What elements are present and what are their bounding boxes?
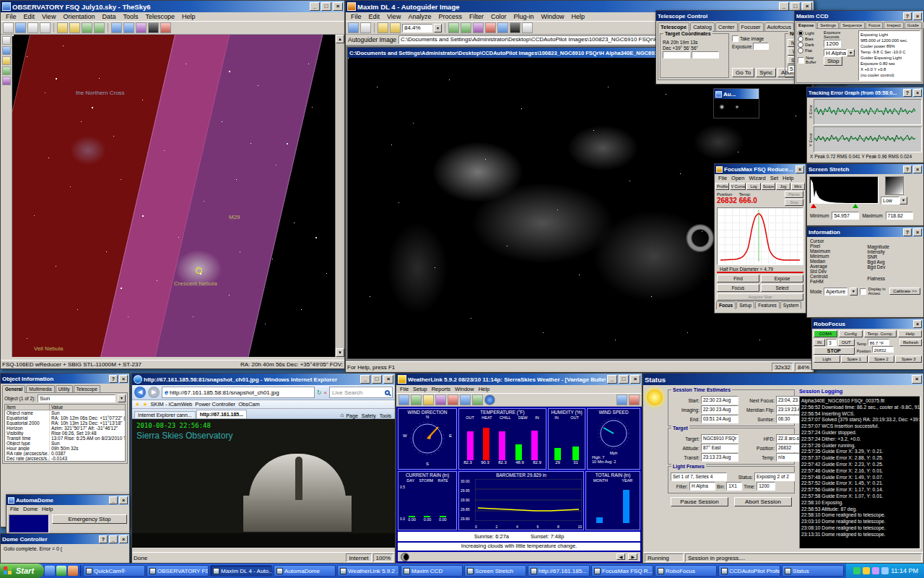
menu-dome[interactable]: Dome — [21, 506, 40, 512]
view-vcurve-button[interactable]: V Curve — [730, 183, 746, 190]
find-button[interactable]: Find — [717, 275, 759, 282]
maximize-button[interactable]: □ — [321, 2, 331, 11]
menu-setup[interactable]: Setup — [411, 386, 430, 392]
weather-titlebar[interactable]: WeatherLink 5.9.2 08/23/10 11:14p: Sierr… — [396, 374, 642, 385]
menu-help[interactable]: Help — [476, 386, 492, 392]
quicklaunch-desktop-icon[interactable] — [56, 566, 66, 576]
focus-button[interactable]: Focus — [717, 284, 759, 292]
preset-dropdown-icon[interactable]: ▾ — [899, 197, 907, 204]
object-label-crescent[interactable]: Crescent Nebula — [174, 280, 217, 287]
close-button[interactable]: × — [913, 89, 922, 97]
search-icon[interactable] — [385, 390, 390, 395]
close-button[interactable]: × — [383, 375, 393, 384]
minimize-button[interactable]: _ — [360, 375, 370, 384]
table-row[interactable]: Hour angle09h 50m 32s — [5, 446, 125, 451]
menu-window[interactable]: Window — [537, 13, 567, 20]
telescope-control-icon[interactable] — [497, 22, 508, 33]
menu-view[interactable]: View — [38, 13, 59, 20]
table-row[interactable]: RA rate (arcsecs/se...0.0387 — [5, 451, 125, 456]
menu-edit[interactable]: Edit — [365, 13, 384, 20]
back-button[interactable]: ◀ — [134, 387, 146, 398]
close-button[interactable]: × — [630, 375, 640, 384]
menu-help[interactable]: Help — [780, 175, 796, 181]
taskbar-button-quickcam[interactable]: QuickCam® — [83, 565, 145, 577]
robofocus-titlebar[interactable]: RoboFocus × — [812, 319, 923, 329]
menu-telescope[interactable]: Telescope — [141, 13, 178, 20]
expose-button[interactable]: Expose — [761, 275, 803, 282]
scroll-down-icon[interactable]: ▼ — [336, 348, 344, 357]
search-input[interactable]: Live Search — [332, 389, 383, 396]
tray-volume-icon[interactable] — [863, 567, 870, 574]
tab-focuser[interactable]: Focuser — [738, 22, 764, 31]
dec-input[interactable] — [692, 51, 719, 59]
maximum-input[interactable]: 718.62 — [886, 212, 913, 220]
taskbar-button-maximccd[interactable]: Maxim CCD — [401, 565, 463, 577]
temp-comp-button[interactable]: Temp. Comp. — [864, 330, 897, 337]
sync-button[interactable]: Sync — [756, 68, 776, 77]
ra-input[interactable] — [663, 51, 690, 59]
help-button[interactable]: ? — [109, 375, 118, 383]
time-run-icon[interactable] — [123, 22, 134, 33]
ccd-control-icon[interactable] — [485, 22, 496, 33]
table-row[interactable]: Transit time13:07 Rise: 6:25 AM on 8/23/… — [5, 436, 125, 441]
emergency-stop-button[interactable]: Emergency Stop — [52, 514, 127, 524]
max-slider-handle[interactable] — [853, 204, 858, 208]
taskbar-button-ie[interactable]: http://67.161.185... — [528, 565, 590, 577]
add-favorite-icon[interactable]: ★ — [143, 401, 148, 407]
minimize-button[interactable]: _ — [607, 375, 617, 384]
menu-process[interactable]: Process — [435, 13, 466, 20]
take-image-checkbox[interactable] — [732, 35, 738, 42]
object-data-table[interactable]: Item Value Object nameSun EquatorialRA: … — [4, 404, 126, 462]
tab-expose[interactable]: Expose — [796, 22, 816, 29]
night-vision-icon[interactable] — [148, 22, 159, 33]
steps-input[interactable]: 3 — [827, 339, 837, 346]
menu-help[interactable]: Help — [178, 13, 199, 20]
bank-light-button[interactable]: Light — [814, 355, 840, 363]
zoom-in-icon[interactable] — [378, 22, 388, 33]
tray-app-icon[interactable] — [872, 567, 879, 574]
pointer-icon[interactable] — [2, 36, 11, 45]
min-slider-handle[interactable] — [811, 204, 816, 208]
dome-titlebar[interactable]: AutomaDome _ × — [6, 495, 129, 505]
augwin-titlebar[interactable]: Au... — [714, 89, 759, 99]
information-window-icon[interactable] — [522, 22, 533, 33]
focus-in-button[interactable]: IN — [814, 339, 825, 346]
start-button[interactable]: Start — [0, 564, 44, 578]
close-button[interactable]: × — [912, 375, 922, 384]
plot-icon[interactable] — [460, 394, 471, 405]
menu-help[interactable]: Help — [567, 13, 588, 20]
field-of-view-icon[interactable] — [82, 22, 92, 33]
thesky-titlebar[interactable]: OBSERVATORY FSQ July10.sky - TheSky6 _ □… — [1, 1, 344, 12]
tab-utility[interactable]: Utility — [56, 385, 73, 392]
view-jog-button[interactable]: Jog — [776, 183, 790, 190]
filter-select[interactable]: H Alpha — [824, 49, 847, 56]
close-bulletin-icon[interactable] — [629, 394, 640, 405]
mode-select[interactable]: Aperture — [824, 288, 847, 296]
menu-file[interactable]: File — [716, 175, 729, 181]
prev-page-button[interactable]: ◀ — [616, 553, 626, 560]
maximize-button[interactable]: □ — [619, 375, 629, 384]
favorites-star-icon[interactable]: ★ — [135, 401, 140, 407]
menu-data[interactable]: Data — [98, 13, 119, 20]
tools-menu[interactable]: Tools — [378, 413, 393, 418]
next-page-button[interactable]: ▶ — [628, 553, 637, 560]
minimize-button[interactable]: _ — [310, 2, 320, 11]
menu-file[interactable]: File — [398, 386, 411, 392]
tab-telescope[interactable]: Telescope — [74, 385, 100, 392]
view-log-button[interactable]: Log — [746, 183, 760, 190]
taskbar-button-thesky[interactable]: OBSERVATORY FSQ J... — [147, 565, 209, 577]
clock[interactable]: 11:14 PM — [891, 567, 918, 574]
config-button[interactable]: Config — [839, 330, 863, 337]
close-button[interactable]: × — [119, 496, 128, 504]
help-button[interactable]: ? — [903, 89, 912, 97]
graph-icon[interactable] — [423, 394, 434, 405]
save-icon[interactable] — [360, 22, 371, 33]
help-button[interactable]: Help — [898, 330, 922, 337]
info-titlebar[interactable]: Information ? × — [807, 227, 923, 237]
session-log[interactable]: Alpha340E_NGC6910 FSQr_00375.fit22:56:52… — [799, 396, 920, 549]
pause-button[interactable]: Pause — [785, 191, 803, 198]
tab-focus[interactable]: Focus — [716, 301, 736, 309]
tab-sequence[interactable]: Sequence — [840, 22, 865, 28]
report-icon[interactable] — [472, 394, 483, 405]
column-header-value[interactable]: Value — [50, 405, 125, 410]
